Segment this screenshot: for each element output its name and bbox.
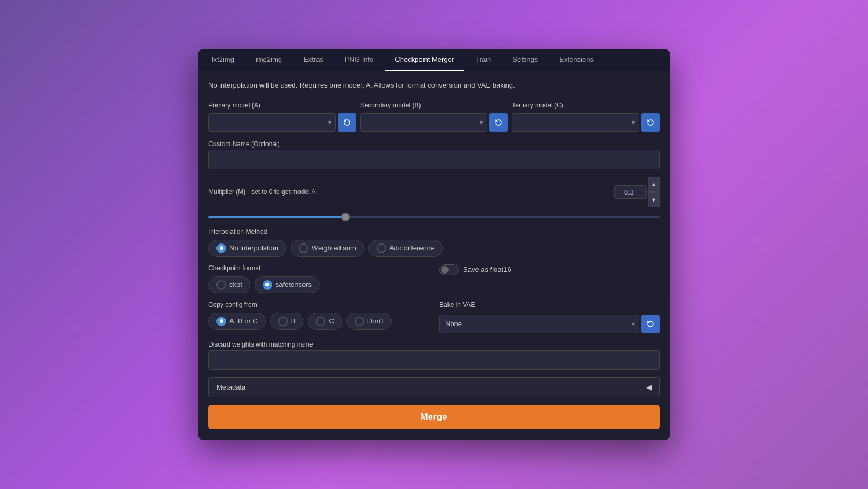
tab-settings[interactable]: Settings <box>503 49 547 71</box>
tab-extras[interactable]: Extras <box>294 49 333 71</box>
radio-ckpt[interactable]: ckpt <box>208 276 250 293</box>
primary-model-refresh-btn[interactable] <box>338 113 356 132</box>
refresh-icon-4 <box>647 320 654 328</box>
tertiary-model-select-row <box>512 113 660 132</box>
float16-toggle[interactable] <box>439 264 459 275</box>
radio-label-add-difference: Add difference <box>389 244 435 252</box>
radio-label-b: B <box>291 317 296 325</box>
bake-vae-row: None <box>439 315 660 333</box>
radio-label-no-interpolation: No interpolation <box>229 244 278 252</box>
metadata-label: Metadata <box>216 383 245 391</box>
radio-dot-no-interpolation <box>216 243 226 253</box>
merge-button[interactable]: Merge <box>208 405 660 429</box>
copy-config-label: Copy config from <box>208 301 429 308</box>
secondary-model-label: Secondary model (B) <box>360 102 508 109</box>
main-content: No interpolation will be used. Requires … <box>198 71 670 440</box>
custom-name-label: Custom Name (Optional) <box>208 140 660 148</box>
interpolation-radio-group: No interpolation Weighted sum Add differ… <box>208 240 660 257</box>
secondary-model-select-row <box>360 113 508 132</box>
radio-dot-weighted-sum <box>299 243 308 253</box>
tab-train[interactable]: Train <box>466 49 501 71</box>
tab-png-info[interactable]: PNG Info <box>335 49 383 71</box>
tab-txt2img[interactable]: txt2img <box>202 49 244 71</box>
primary-model-select[interactable] <box>208 113 336 132</box>
multiplier-input[interactable] <box>614 185 647 199</box>
multiplier-decrement-btn[interactable]: ▼ <box>648 192 660 207</box>
primary-model-label: Primary model (A) <box>208 102 356 109</box>
refresh-icon <box>343 119 351 126</box>
refresh-icon-3 <box>647 119 654 126</box>
radio-dot-ckpt <box>216 280 226 290</box>
copy-config-group: A, B or C B C Don't <box>208 313 429 330</box>
radio-b[interactable]: B <box>270 313 304 330</box>
tab-img2img[interactable]: img2img <box>246 49 292 71</box>
radio-dot-a-b-c <box>216 317 226 326</box>
radio-dot-b <box>278 317 288 326</box>
primary-model-group: Primary model (A) <box>208 102 356 132</box>
tertiary-model-label: Tertiary model (C) <box>512 102 660 109</box>
float16-label: Save as float16 <box>463 265 511 274</box>
radio-label-weighted-sum: Weighted sum <box>312 244 356 252</box>
radio-label-c: C <box>329 317 334 325</box>
discard-weights-group: Discard weights with matching name <box>208 341 660 370</box>
radio-safetensors[interactable]: safetensors <box>255 276 320 293</box>
radio-dot-safetensors <box>263 280 272 290</box>
tertiary-model-group: Tertiary model (C) <box>512 102 660 132</box>
radio-no-interpolation[interactable]: No interpolation <box>208 240 286 257</box>
tab-bar: txt2img img2img Extras PNG Info Checkpoi… <box>198 49 670 71</box>
radio-c[interactable]: C <box>308 313 342 330</box>
radio-dot-add-difference <box>377 243 386 253</box>
bake-vae-label: Bake in VAE <box>439 301 660 308</box>
checkpoint-format-label: Checkpoint format <box>208 264 429 272</box>
radio-label-ckpt: ckpt <box>229 281 242 289</box>
app-window: txt2img img2img Extras PNG Info Checkpoi… <box>198 49 670 440</box>
multiplier-value-box: ▲ ▼ <box>614 177 660 207</box>
slider-container <box>208 211 660 220</box>
copy-config-col: Copy config from A, B or C B C <box>208 301 429 333</box>
metadata-collapse-icon: ◀ <box>646 383 652 391</box>
tertiary-model-select[interactable] <box>512 113 639 132</box>
models-row: Primary model (A) <box>208 102 660 132</box>
primary-model-select-row <box>208 113 356 132</box>
radio-label-dont: Don't <box>367 317 384 325</box>
float16-toggle-row: Save as float16 <box>439 264 660 275</box>
discard-weights-label: Discard weights with matching name <box>208 341 660 348</box>
secondary-model-group: Secondary model (B) <box>360 102 508 132</box>
radio-a-b-c[interactable]: A, B or C <box>208 313 266 330</box>
secondary-model-select[interactable] <box>360 113 488 132</box>
bake-vae-col: Bake in VAE None <box>439 301 660 333</box>
tab-checkpoint-merger[interactable]: Checkpoint Merger <box>385 49 464 71</box>
metadata-accordion[interactable]: Metadata ◀ <box>208 377 660 397</box>
radio-dot-c <box>316 317 326 326</box>
multiplier-row: Multiplier (M) - set to 0 to get model A… <box>208 177 660 220</box>
format-float-row: Checkpoint format ckpt safetensors Save … <box>208 264 660 293</box>
radio-label-safetensors: safetensors <box>276 281 312 289</box>
radio-add-difference[interactable]: Add difference <box>368 240 443 257</box>
radio-label-a-b-c: A, B or C <box>229 317 258 325</box>
interpolation-section: Interpolation Method No interpolation We… <box>208 228 660 257</box>
config-vae-row: Copy config from A, B or C B C <box>208 301 660 333</box>
info-text: No interpolation will be used. Requires … <box>208 80 660 91</box>
radio-dot-dont <box>355 317 364 326</box>
refresh-icon-2 <box>495 119 502 126</box>
interpolation-label: Interpolation Method <box>208 228 660 235</box>
multiplier-slider[interactable] <box>208 216 660 218</box>
bake-vae-select[interactable]: None <box>439 315 639 333</box>
discard-weights-input[interactable] <box>208 350 660 370</box>
multiplier-increment-btn[interactable]: ▲ <box>648 177 660 192</box>
tertiary-model-refresh-btn[interactable] <box>641 113 660 132</box>
bake-vae-refresh-btn[interactable] <box>641 315 660 333</box>
radio-dont[interactable]: Don't <box>346 313 392 330</box>
checkpoint-format-col: Checkpoint format ckpt safetensors <box>208 264 429 293</box>
multiplier-label: Multiplier (M) - set to 0 to get model A <box>208 188 315 196</box>
float16-col: Save as float16 <box>439 264 660 293</box>
tab-extensions[interactable]: Extensions <box>549 49 603 71</box>
secondary-model-refresh-btn[interactable] <box>489 113 508 132</box>
radio-weighted-sum[interactable]: Weighted sum <box>291 240 364 257</box>
checkpoint-format-group: ckpt safetensors <box>208 276 429 293</box>
custom-name-input[interactable] <box>208 150 660 169</box>
multiplier-header: Multiplier (M) - set to 0 to get model A… <box>208 177 660 207</box>
custom-name-group: Custom Name (Optional) <box>208 140 660 169</box>
